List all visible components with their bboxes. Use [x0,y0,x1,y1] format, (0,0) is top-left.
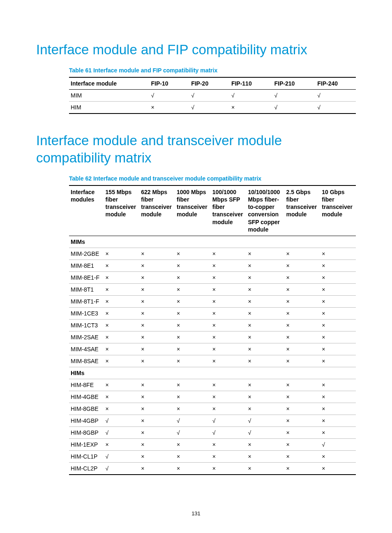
cell: × [211,450,247,462]
cross-mark-icon: × [248,465,251,472]
cross-mark-icon: × [212,334,216,341]
cross-mark-icon: × [141,262,144,269]
row-label: MIM-1CE3 [69,307,104,319]
cross-mark-icon: × [286,382,290,388]
cross-mark-icon: × [141,298,144,305]
table-62-col-6: 2.5 Gbps fiber transceiver module [285,185,321,236]
cross-mark-icon: × [322,346,325,352]
cross-mark-icon: × [322,274,325,281]
table-row: MIM-2GBE××××××× [69,248,356,260]
cross-mark-icon: × [106,262,109,269]
table-61-col-1: FIP-10 [149,77,189,90]
cell: × [285,450,321,462]
cell: × [139,331,175,343]
table-62-col-0: Interface modules [69,185,104,236]
table-row: HIM-4GBE××××××× [69,391,356,403]
cross-mark-icon: × [248,394,251,400]
cell: × [285,295,321,307]
cell: × [211,391,247,403]
cell: × [139,248,175,260]
cross-mark-icon: × [106,274,109,281]
check-mark-icon: √ [151,92,154,99]
cross-mark-icon: × [286,274,290,281]
table-row: MIM-8E1-F××××××× [69,271,356,283]
group-label: HIMs [69,367,356,379]
cross-mark-icon: × [141,429,144,436]
cell: × [246,307,284,319]
cell: × [320,426,356,438]
cell: × [246,355,284,367]
cross-mark-icon: × [141,417,144,424]
table-row: HIM-1EXP××××××√ [69,438,356,450]
cell: √ [230,90,273,102]
cell: × [211,438,247,450]
row-label: HIM-8GBP [69,426,104,438]
cell: × [285,307,321,319]
cross-mark-icon: × [286,346,290,352]
table-row: MIM-1CT3××××××× [69,319,356,331]
check-mark-icon: √ [212,417,216,424]
cell: × [139,295,175,307]
cell: × [246,343,284,355]
cross-mark-icon: × [286,262,290,269]
cross-mark-icon: × [322,322,325,329]
check-mark-icon: √ [274,92,278,99]
cross-mark-icon: × [322,429,325,436]
cell: × [211,295,247,307]
cross-mark-icon: × [212,298,216,305]
cross-mark-icon: × [106,334,109,341]
cell: × [320,403,356,415]
cross-mark-icon: × [212,382,216,388]
cell: × [175,355,211,367]
cross-mark-icon: × [177,334,180,341]
cell: × [320,260,356,271]
cross-mark-icon: × [177,262,180,269]
cross-mark-icon: × [286,394,290,400]
table-row: MIM-8T1-F××××××× [69,295,356,307]
page: Interface module and FIP compatibility m… [0,0,392,533]
cross-mark-icon: × [248,322,251,329]
group-label: MIMs [69,236,356,248]
row-label: MIM-2SAE [69,331,104,343]
table-61-col-0: Interface module [69,77,149,90]
table-row: MIM-8SAE××××××× [69,355,356,367]
table-group-header: MIMs [69,236,356,248]
cross-mark-icon: × [177,358,180,364]
cross-mark-icon: × [106,286,109,293]
cell: × [285,379,321,391]
cell: √ [175,426,211,438]
row-label: MIM-4SAE [69,343,104,355]
cell: √ [211,426,247,438]
cell: × [285,343,321,355]
cross-mark-icon: × [248,453,251,460]
cell: × [320,450,356,462]
cell: × [104,355,140,367]
cross-mark-icon: × [141,394,144,400]
cross-mark-icon: × [212,286,216,293]
check-mark-icon: √ [106,465,109,472]
table-row: HIM-CL1P√×××××× [69,450,356,462]
cell: √ [104,462,140,475]
table-61-col-5: FIP-240 [316,77,356,90]
cell: × [285,331,321,343]
cell: × [285,248,321,260]
cross-mark-icon: × [212,274,216,281]
cell: √ [273,90,316,102]
table-row: HIM-CL2P√×××××× [69,462,356,475]
cell: × [175,438,211,450]
cross-mark-icon: × [286,441,290,448]
cross-mark-icon: × [141,465,144,472]
cross-mark-icon: × [248,406,251,412]
cell: × [139,438,175,450]
cross-mark-icon: × [248,310,251,317]
table-62-col-2: 622 Mbps fiber transceiver module [139,185,175,236]
row-label: MIM-2GBE [69,248,104,260]
cell: × [104,271,140,283]
cross-mark-icon: × [177,382,180,388]
cell: × [320,283,356,295]
cell: × [246,283,284,295]
cross-mark-icon: × [322,298,325,305]
cell: × [104,283,140,295]
table-62-header-row: Interface modules 155 Mbps fiber transce… [69,185,356,236]
table-61-col-2: FIP-20 [189,77,230,90]
